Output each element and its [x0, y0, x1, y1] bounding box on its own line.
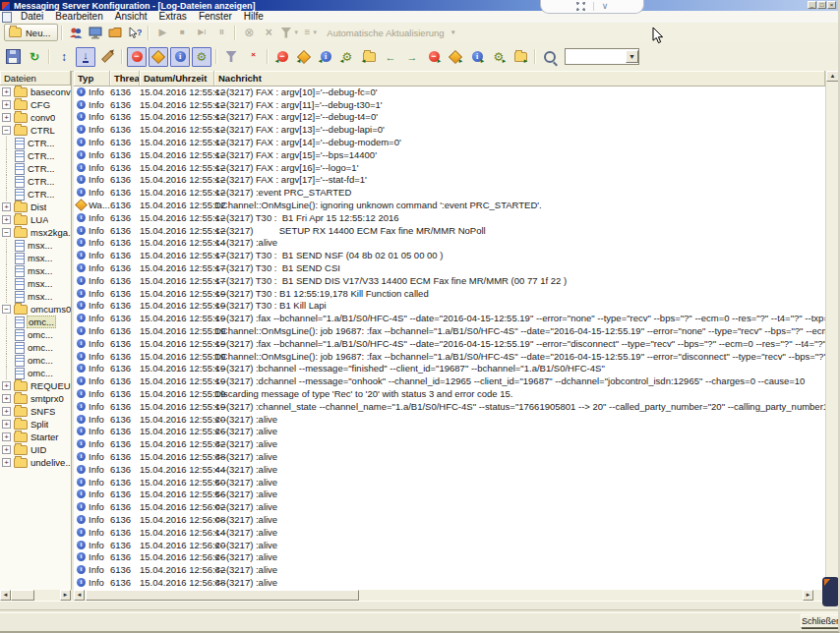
log-row[interactable]: iInfo613615.04.2016 12:55:19Discarding m…: [74, 387, 825, 400]
tree-item-cfg[interactable]: +CFG: [0, 98, 71, 111]
tree-item-omc[interactable]: omc...: [0, 328, 71, 341]
prev-error-button[interactable]: −◄: [272, 47, 292, 67]
scroll-up-button[interactable]: ▲: [826, 71, 839, 82]
expand-icon[interactable]: +: [2, 100, 11, 109]
expand-icon[interactable]: +: [2, 215, 11, 224]
column-header-typ[interactable]: Typ: [74, 71, 110, 86]
log-row[interactable]: iInfo613615.04.2016 12:55:12<--(3217) FA…: [74, 111, 825, 124]
save-button[interactable]: [3, 47, 23, 67]
go-forward-button[interactable]: →: [402, 47, 422, 67]
expand-icon[interactable]: +: [2, 113, 11, 122]
log-row[interactable]: iInfo613615.04.2016 12:55:50<--(3217) :a…: [74, 476, 825, 489]
log-row[interactable]: iInfo613615.04.2016 12:55:19<--(3217) :f…: [74, 337, 825, 350]
show-debug-toggle[interactable]: ⚙: [192, 47, 211, 67]
log-row[interactable]: iInfo613615.04.2016 12:55:12<--(3217) T3…: [74, 211, 825, 224]
log-row[interactable]: iInfo613615.04.2016 12:55:19DChannel::On…: [74, 350, 825, 363]
log-row[interactable]: iInfo613615.04.2016 12:55:19<--(3217) T3…: [74, 300, 825, 313]
filter-button[interactable]: [221, 47, 241, 67]
tree-scroll-left-button[interactable]: ◄: [0, 590, 11, 601]
tree-item-omc[interactable]: omc...: [0, 367, 71, 379]
log-row[interactable]: iInfo613615.04.2016 12:55:12<--(3217) FA…: [74, 98, 825, 111]
auto-refresh-dropdown[interactable]: Automatische Aktualisierung ▼: [327, 28, 455, 38]
mdi-document-icon[interactable]: [2, 12, 12, 23]
show-errors-toggle[interactable]: −: [127, 47, 147, 67]
tree-item-starter[interactable]: +Starter: [0, 431, 71, 443]
next-warning-button[interactable]: ►: [446, 47, 465, 67]
log-row[interactable]: iInfo613615.04.2016 12:55:19<--(3217) T3…: [74, 287, 825, 300]
cancel-button[interactable]: ⊗: [240, 25, 258, 40]
log-row[interactable]: iInfo613615.04.2016 12:55:12<--(3217) FA…: [74, 148, 825, 161]
tree-item-baseconv[interactable]: +baseconv: [0, 86, 71, 98]
next-error-button[interactable]: −►: [424, 47, 444, 67]
log-row[interactable]: iInfo613615.04.2016 12:55:26<--(3217) :a…: [74, 426, 825, 438]
tree-item-dist[interactable]: +Dist: [0, 201, 71, 213]
log-row[interactable]: iInfo613615.04.2016 12:56:14<--(3217) :a…: [74, 526, 825, 539]
tree-item-ctr[interactable]: CTR...: [0, 188, 71, 201]
collapse-icon[interactable]: −: [2, 228, 11, 237]
tree-item-conv0[interactable]: +conv0: [0, 111, 71, 124]
log-row[interactable]: iInfo613615.04.2016 12:55:12<--(3217) FA…: [74, 161, 825, 174]
log-row[interactable]: iInfo613615.04.2016 12:55:44<--(3217) :a…: [74, 463, 825, 476]
expand-icon[interactable]: +: [2, 458, 11, 467]
tree-item-msx2kga[interactable]: −msx2kga...: [0, 226, 71, 239]
log-row[interactable]: iInfo613615.04.2016 12:55:17<--(3217) T3…: [74, 249, 825, 261]
pause-button[interactable]: II: [212, 25, 230, 40]
combobox-dropdown-icon[interactable]: ▼: [626, 50, 638, 63]
log-row[interactable]: iInfo613615.04.2016 12:55:12<--(3217) FA…: [74, 174, 825, 187]
context-help-button[interactable]: ?: [126, 25, 144, 40]
tree-item-omc[interactable]: omc...: [0, 354, 71, 367]
refresh-button[interactable]: ↻: [25, 47, 44, 67]
log-row[interactable]: iInfo613615.04.2016 12:56:32<--(3217) :a…: [74, 563, 825, 576]
tree-item-smtprx0[interactable]: +smtprx0: [0, 392, 71, 405]
column-header-nachricht[interactable]: Nachricht: [214, 71, 825, 86]
expand-icon[interactable]: +: [2, 445, 11, 454]
tree-item-snfs[interactable]: +SNFS: [0, 405, 71, 418]
next-bookmark-button[interactable]: ►: [510, 47, 530, 67]
tree-item-omc[interactable]: omc...: [0, 341, 71, 354]
tree-item-omc[interactable]: omc...: [0, 316, 71, 328]
clear-log-button[interactable]: [97, 47, 117, 67]
properties-button[interactable]: [106, 25, 124, 40]
log-row[interactable]: iInfo613615.04.2016 12:55:12<--(3217) SE…: [74, 224, 825, 237]
log-row[interactable]: iInfo613615.04.2016 12:55:12<--(3217) FA…: [74, 123, 825, 136]
log-row[interactable]: Wa...613615.04.2016 12:55:12DChannel::On…: [74, 199, 825, 211]
fullscreen-icon[interactable]: [576, 2, 585, 11]
log-row[interactable]: iInfo613615.04.2016 12:56:20<--(3217) :a…: [74, 539, 825, 551]
tree-scroll-right-button[interactable]: ►: [60, 590, 71, 601]
log-row[interactable]: iInfo613615.04.2016 12:56:38<--(3217) :a…: [74, 576, 825, 589]
next-info-button[interactable]: i►: [467, 47, 487, 67]
tree-item-omcums0[interactable]: −omcums0: [0, 303, 71, 316]
expand-icon[interactable]: +: [2, 202, 11, 211]
log-row[interactable]: iInfo613615.04.2016 12:55:19<--(3217) :d…: [74, 374, 825, 387]
collapse-icon[interactable]: −: [2, 126, 11, 135]
log-row[interactable]: iInfo613615.04.2016 12:55:32<--(3217) :a…: [74, 437, 825, 450]
prev-warning-button[interactable]: ◄: [294, 47, 314, 67]
filter-dropdown-button[interactable]: ▼: [279, 25, 300, 40]
expand-icon[interactable]: +: [2, 87, 11, 96]
tree-item-split[interactable]: +Split: [0, 418, 71, 431]
monitor-button[interactable]: [87, 25, 104, 40]
log-row[interactable]: iInfo613615.04.2016 12:56:02<--(3217) :a…: [74, 500, 825, 513]
tree-item-requeue[interactable]: +REQUEUE: [0, 379, 71, 392]
log-row[interactable]: iInfo613615.04.2016 12:55:14<--(3217) :a…: [74, 237, 825, 250]
show-warnings-toggle[interactable]: [149, 47, 168, 67]
tree-item-ctrl[interactable]: −CTRL: [0, 124, 71, 137]
log-row[interactable]: iInfo613615.04.2016 12:55:17<--(3217) T3…: [74, 261, 825, 274]
prev-debug-button[interactable]: ⚙◄: [337, 47, 357, 67]
tree-item-msx[interactable]: msx...: [0, 264, 71, 277]
log-row[interactable]: iInfo613615.04.2016 12:55:19DChannel::On…: [74, 324, 825, 337]
log-row[interactable]: iInfo613615.04.2016 12:55:12<--(3217) FA…: [74, 136, 825, 148]
new-button[interactable]: Neu...: [4, 24, 58, 41]
scroll-left-button[interactable]: ◄: [74, 590, 85, 601]
log-row[interactable]: iInfo613615.04.2016 12:56:08<--(3217) :a…: [74, 513, 825, 526]
step-button[interactable]: ▶I: [193, 25, 210, 40]
play-button[interactable]: ▶: [153, 25, 171, 40]
tree-horizontal-scrollbar[interactable]: ◄ ►: [0, 590, 71, 601]
tree-item-ctr[interactable]: CTR...: [0, 162, 71, 175]
menu-item-fenster[interactable]: Fenster: [193, 11, 238, 23]
log-row[interactable]: iInfo613615.04.2016 12:55:17<--(3217) T3…: [74, 274, 825, 287]
show-info-toggle[interactable]: i: [170, 47, 190, 67]
go-back-button[interactable]: ←: [381, 47, 400, 67]
collapse-icon[interactable]: −: [2, 305, 11, 314]
search-button[interactable]: [540, 47, 560, 67]
